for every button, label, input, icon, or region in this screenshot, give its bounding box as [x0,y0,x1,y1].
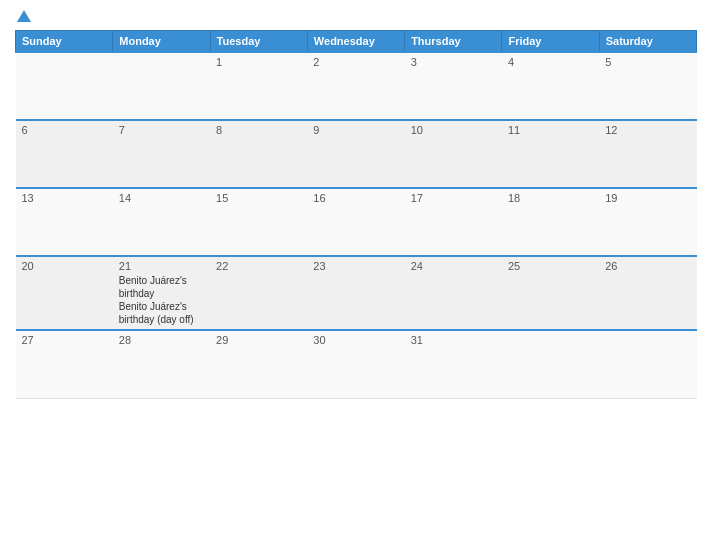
calendar-cell: 10 [405,120,502,188]
calendar-cell: 23 [307,256,404,330]
day-number: 8 [216,124,301,136]
calendar-cell: 19 [599,188,696,256]
calendar-cell: 1 [210,52,307,120]
day-number: 24 [411,260,496,272]
calendar-header [15,10,697,22]
calendar-cell [16,52,113,120]
calendar-cell: 30 [307,330,404,398]
day-number: 5 [605,56,690,68]
calendar-cell: 15 [210,188,307,256]
calendar-cell: 28 [113,330,210,398]
day-number: 7 [119,124,204,136]
day-number: 20 [22,260,107,272]
day-number: 17 [411,192,496,204]
weekday-header-monday: Monday [113,31,210,53]
day-number: 3 [411,56,496,68]
calendar-cell: 27 [16,330,113,398]
day-number: 21 [119,260,204,272]
weekday-header-wednesday: Wednesday [307,31,404,53]
calendar-cell: 8 [210,120,307,188]
calendar-cell: 24 [405,256,502,330]
weekday-header-saturday: Saturday [599,31,696,53]
weekday-header-friday: Friday [502,31,599,53]
day-number: 23 [313,260,398,272]
day-number: 30 [313,334,398,346]
calendar-cell: 14 [113,188,210,256]
weekday-header-thursday: Thursday [405,31,502,53]
calendar-cell: 17 [405,188,502,256]
calendar-cell: 4 [502,52,599,120]
calendar-table: SundayMondayTuesdayWednesdayThursdayFrid… [15,30,697,399]
day-number: 6 [22,124,107,136]
calendar-cell: 31 [405,330,502,398]
day-number: 22 [216,260,301,272]
day-number: 14 [119,192,204,204]
day-number: 11 [508,124,593,136]
calendar-cell: 6 [16,120,113,188]
day-number: 16 [313,192,398,204]
calendar-cell [599,330,696,398]
calendar-cell: 20 [16,256,113,330]
weekday-header-tuesday: Tuesday [210,31,307,53]
day-number: 19 [605,192,690,204]
day-number: 9 [313,124,398,136]
calendar-cell: 5 [599,52,696,120]
event-label: Benito Juárez's birthday [119,274,204,300]
calendar-cell: 22 [210,256,307,330]
calendar-cell: 29 [210,330,307,398]
event-label: Benito Juárez's birthday (day off) [119,300,204,326]
day-number: 13 [22,192,107,204]
day-number: 1 [216,56,301,68]
calendar-cell: 16 [307,188,404,256]
calendar-cell: 7 [113,120,210,188]
day-number: 12 [605,124,690,136]
calendar-cell: 12 [599,120,696,188]
day-number: 10 [411,124,496,136]
calendar-page: SundayMondayTuesdayWednesdayThursdayFrid… [0,0,712,550]
day-number: 15 [216,192,301,204]
day-number: 25 [508,260,593,272]
day-number: 26 [605,260,690,272]
day-number: 2 [313,56,398,68]
calendar-cell: 26 [599,256,696,330]
calendar-cell: 13 [16,188,113,256]
day-number: 18 [508,192,593,204]
day-number: 4 [508,56,593,68]
calendar-cell [113,52,210,120]
calendar-cell: 9 [307,120,404,188]
calendar-cell: 3 [405,52,502,120]
calendar-cell: 11 [502,120,599,188]
day-number: 31 [411,334,496,346]
calendar-cell [502,330,599,398]
day-number: 28 [119,334,204,346]
day-number: 29 [216,334,301,346]
calendar-header-row: SundayMondayTuesdayWednesdayThursdayFrid… [16,31,697,53]
weekday-header-sunday: Sunday [16,31,113,53]
calendar-cell: 2 [307,52,404,120]
logo-triangle-icon [17,10,31,22]
logo [15,10,33,22]
day-number: 27 [22,334,107,346]
calendar-cell: 21Benito Juárez's birthdayBenito Juárez'… [113,256,210,330]
calendar-cell: 18 [502,188,599,256]
calendar-cell: 25 [502,256,599,330]
